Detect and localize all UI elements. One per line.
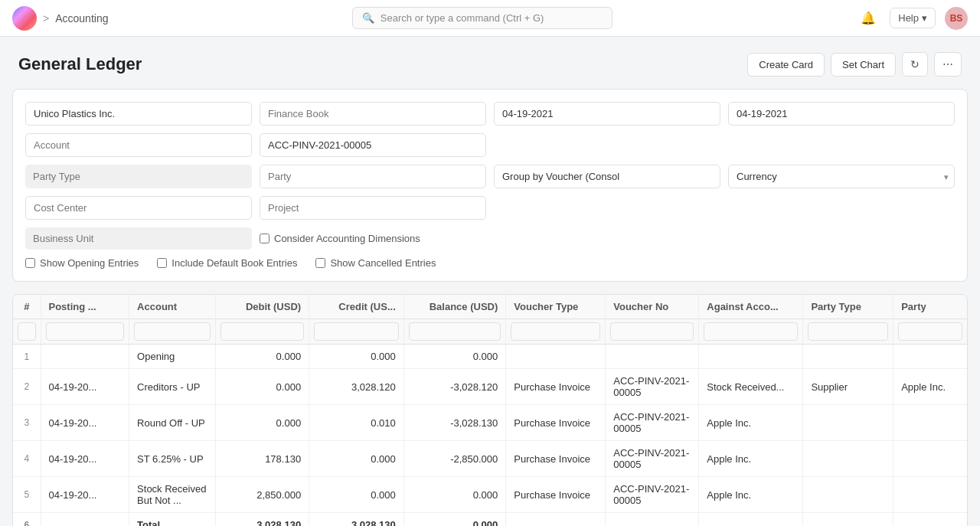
table-row[interactable]: 404-19-20...ST 6.25% - UP178.1300.000-2,… (13, 441, 967, 477)
cell-posting-date: 04-19-20... (41, 441, 129, 477)
cell-voucher-no: ACC-PINV-2021-00005 (606, 369, 699, 405)
cell-against-account: Apple Inc. (699, 441, 803, 477)
filter-credit (309, 319, 404, 345)
filters-row-1 (25, 102, 955, 157)
group-by-input[interactable] (494, 165, 720, 188)
from-date-input[interactable] (494, 102, 720, 126)
filter-account (129, 319, 216, 345)
col-header-voucher-type: Voucher Type (506, 295, 606, 319)
cell-debit: 0.000 (215, 345, 309, 369)
avatar[interactable]: BS (945, 7, 968, 30)
cell-account: Round Off - UP (129, 405, 216, 441)
filter-debit (215, 319, 309, 345)
table-body: 1Opening0.0000.0000.000204-19-20...Credi… (13, 345, 967, 527)
cell-posting-date: 04-19-20... (41, 369, 129, 405)
create-card-button[interactable]: Create Card (747, 53, 825, 77)
filter-voucher-no-input[interactable] (610, 322, 694, 341)
cell-posting-date: 04-19-20... (41, 405, 129, 441)
col-header-voucher-no: Voucher No (606, 295, 699, 319)
nav-center: 🔍 Search or type a command (Ctrl + G) (108, 7, 856, 29)
filter-num-input[interactable] (18, 322, 36, 341)
cell-account: ST 6.25% - UP (129, 441, 216, 477)
account-input[interactable] (25, 133, 252, 157)
cell-debit: 178.130 (215, 441, 309, 477)
notifications-button[interactable]: 🔔 (856, 6, 880, 30)
nav-right: 🔔 Help ▾ BS (856, 6, 968, 30)
include-default-checkbox[interactable]: Include Default Book Entries (157, 257, 297, 269)
filter-posting-date-input[interactable] (46, 322, 125, 341)
cell-party-type (803, 477, 893, 513)
cell-debit: 0.000 (215, 369, 309, 405)
table-row[interactable]: 1Opening0.0000.0000.000 (13, 345, 967, 369)
help-button[interactable]: Help ▾ (890, 8, 936, 28)
table-row[interactable]: 304-19-20...Round Off - UP0.0000.010-3,0… (13, 405, 967, 441)
col-header-party-type: Party Type (803, 295, 893, 319)
currency-select[interactable]: Currency (728, 165, 955, 188)
cell-debit: 2,850.000 (215, 477, 309, 513)
filter-account-input[interactable] (134, 322, 211, 341)
ledger-table: # Posting ... Account Debit (USD) Credit… (13, 295, 967, 526)
show-cancelled-checkbox[interactable]: Show Cancelled Entries (315, 257, 436, 269)
col-header-balance: Balance (USD) (403, 295, 506, 319)
table-row[interactable]: 504-19-20...Stock Received But Not ...2,… (13, 477, 967, 513)
page-title: General Ledger (18, 54, 142, 74)
cell-voucher-no: ACC-PINV-2021-00005 (606, 405, 699, 441)
col-header-account: Account (129, 295, 216, 319)
cost-center-input[interactable] (25, 196, 252, 220)
col-header-debit: Debit (USD) (215, 295, 309, 319)
cell-credit: 0.000 (309, 477, 404, 513)
business-unit-input[interactable] (25, 227, 252, 250)
show-cancelled-label: Show Cancelled Entries (330, 257, 436, 269)
breadcrumb-accounting[interactable]: Accounting (55, 12, 108, 25)
cell-against-account (699, 345, 803, 369)
company-input[interactable] (25, 102, 252, 126)
more-options-button[interactable]: ⋯ (934, 52, 962, 77)
filter-against-account-input[interactable] (704, 322, 798, 341)
account-value-input[interactable] (260, 133, 486, 157)
set-chart-button[interactable]: Set Chart (831, 53, 896, 77)
to-date-input[interactable] (728, 102, 955, 126)
cell-voucher-type: Purchase Invoice (506, 477, 606, 513)
show-opening-label: Show Opening Entries (40, 257, 139, 269)
filter-party-input[interactable] (898, 322, 962, 341)
cell-voucher-no (606, 513, 699, 527)
cell-credit: 0.000 (309, 441, 404, 477)
cell-voucher-type: Purchase Invoice (506, 405, 606, 441)
app-logo[interactable] (12, 6, 37, 31)
refresh-button[interactable]: ↻ (902, 52, 928, 77)
cell-voucher-type: Purchase Invoice (506, 369, 606, 405)
search-icon: 🔍 (362, 12, 374, 24)
cell-num: 6 (13, 513, 41, 527)
filter-voucher-type-input[interactable] (511, 322, 600, 341)
cell-against-account: Stock Received... (699, 369, 803, 405)
filter-against-account (699, 319, 803, 345)
filter-balance-input[interactable] (409, 322, 501, 341)
cell-num: 1 (13, 345, 41, 369)
search-bar[interactable]: 🔍 Search or type a command (Ctrl + G) (352, 7, 612, 29)
col-header-party: Party (893, 295, 967, 319)
show-opening-checkbox[interactable]: Show Opening Entries (25, 257, 139, 269)
cell-balance: -2,850.000 (403, 441, 506, 477)
col-header-posting-date: Posting ... (41, 295, 129, 319)
filter-credit-input[interactable] (314, 322, 399, 341)
party-input[interactable] (260, 165, 486, 188)
finance-book-input[interactable] (260, 102, 486, 126)
table-row[interactable]: 6Total3,028.1303,028.1300.000 (13, 513, 967, 527)
filter-debit-input[interactable] (220, 322, 304, 341)
cell-num: 3 (13, 405, 41, 441)
cell-posting-date (41, 345, 129, 369)
consider-accounting-checkbox[interactable]: Consider Accounting Dimensions (260, 227, 486, 250)
cell-account: Total (129, 513, 216, 527)
project-input[interactable] (260, 196, 486, 220)
currency-wrapper: Currency (728, 165, 955, 188)
party-type-input[interactable] (25, 165, 252, 188)
table-row[interactable]: 204-19-20...Creditors - UP0.0003,028.120… (13, 369, 967, 405)
top-nav: > Accounting 🔍 Search or type a command … (0, 0, 980, 37)
cell-account: Opening (129, 345, 216, 369)
cell-balance: 0.000 (403, 513, 506, 527)
cell-party-type (803, 441, 893, 477)
filter-voucher-no (606, 319, 699, 345)
cell-credit: 3,028.120 (309, 369, 404, 405)
col-header-against-account: Against Acco... (699, 295, 803, 319)
filter-party-type-input[interactable] (808, 322, 888, 341)
